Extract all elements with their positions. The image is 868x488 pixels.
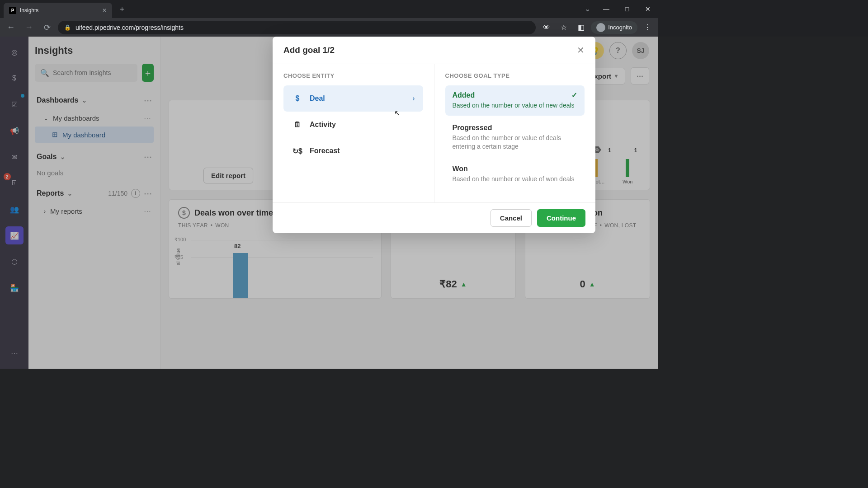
choose-goal-type-column: CHOOSE GOAL TYPE Added✓ Based on the num… (434, 64, 596, 202)
modal-overlay[interactable]: Add goal 1/2 ✕ CHOOSE ENTITY $ Deal › 🗓 (160, 37, 658, 369)
reload-button[interactable]: ⟳ (40, 20, 54, 35)
tab-bar: P Insights ✕ ＋ ⌄ ― □ ✕ (0, 0, 658, 18)
forecast-icon: ↻$ (292, 145, 303, 157)
close-window-button[interactable]: ✕ (637, 0, 658, 18)
incognito-icon (596, 23, 605, 32)
calendar-icon: 🗓 (292, 119, 303, 131)
browser-chrome: P Insights ✕ ＋ ⌄ ― □ ✕ ← → ⟳ 🔒 uifeed.pi… (0, 0, 658, 37)
incognito-label: Incognito (608, 24, 632, 31)
browser-menu-icon[interactable]: ⋮ (640, 20, 655, 35)
entity-activity[interactable]: 🗓 Activity (283, 112, 423, 138)
main-content: 👤⁺ 💡 ? SJ r▾ ↗Share Export▾ ⋯ Edit repor… (160, 37, 658, 369)
app-root: ◎ $ ☑ 📢 ✉ 2🗓 👥 📈 ⬡ 🏪 ⋯ Insights 🔍 ＋ Dash… (0, 37, 658, 369)
column-heading: CHOOSE ENTITY (283, 72, 423, 79)
cancel-button[interactable]: Cancel (491, 209, 532, 227)
eye-off-icon[interactable]: 👁 (539, 20, 554, 35)
tabs-dropdown-icon[interactable]: ⌄ (585, 5, 590, 13)
tab-favicon: P (9, 7, 16, 14)
new-tab-button[interactable]: ＋ (116, 3, 128, 15)
entity-label: Activity (310, 121, 336, 129)
goal-type-progressed[interactable]: Progressed Based on the number or value … (445, 118, 585, 157)
goal-type-title: Progressed (453, 124, 492, 132)
maximize-button[interactable]: □ (617, 0, 637, 18)
incognito-indicator[interactable]: Incognito (591, 21, 637, 34)
goal-type-title: Won (453, 165, 468, 173)
chevron-right-icon: › (412, 94, 415, 103)
entity-forecast[interactable]: ↻$ Forecast (283, 138, 423, 164)
goal-type-won[interactable]: Won Based on the number or value of won … (445, 160, 585, 189)
address-bar: ← → ⟳ 🔒 uifeed.pipedrive.com/progress/in… (0, 18, 658, 37)
check-icon: ✓ (571, 91, 577, 99)
close-tab-icon[interactable]: ✕ (102, 7, 107, 14)
entity-label: Forecast (310, 147, 340, 155)
add-goal-modal: Add goal 1/2 ✕ CHOOSE ENTITY $ Deal › 🗓 (273, 37, 595, 233)
goal-type-title: Added (453, 91, 475, 99)
entity-deal[interactable]: $ Deal › (283, 85, 423, 112)
entity-label: Deal (310, 94, 325, 103)
browser-tab[interactable]: P Insights ✕ (4, 3, 112, 18)
extensions-icon[interactable]: ◧ (574, 20, 588, 35)
forward-button[interactable]: → (22, 20, 36, 35)
goal-type-desc: Based on the number or value of deals en… (453, 134, 578, 151)
goal-type-added[interactable]: Added✓ Based on the number or value of n… (445, 85, 585, 116)
choose-entity-column: CHOOSE ENTITY $ Deal › 🗓 Activity ↻$ (273, 64, 434, 202)
lock-icon: 🔒 (64, 24, 71, 31)
url-input[interactable]: 🔒 uifeed.pipedrive.com/progress/insights (58, 21, 536, 34)
tab-title: Insights (20, 7, 38, 14)
minimize-button[interactable]: ― (596, 0, 617, 18)
goal-type-desc: Based on the number or value of won deal… (453, 175, 578, 184)
continue-button[interactable]: Continue (537, 209, 585, 227)
modal-title: Add goal 1/2 (283, 45, 335, 55)
back-button[interactable]: ← (4, 20, 18, 35)
deal-icon: $ (292, 93, 303, 104)
bookmark-icon[interactable]: ☆ (557, 20, 571, 35)
url-text: uifeed.pipedrive.com/progress/insights (75, 24, 184, 31)
column-heading: CHOOSE GOAL TYPE (445, 72, 585, 79)
goal-type-desc: Based on the number or value of new deal… (453, 101, 578, 110)
close-icon[interactable]: ✕ (577, 45, 585, 56)
